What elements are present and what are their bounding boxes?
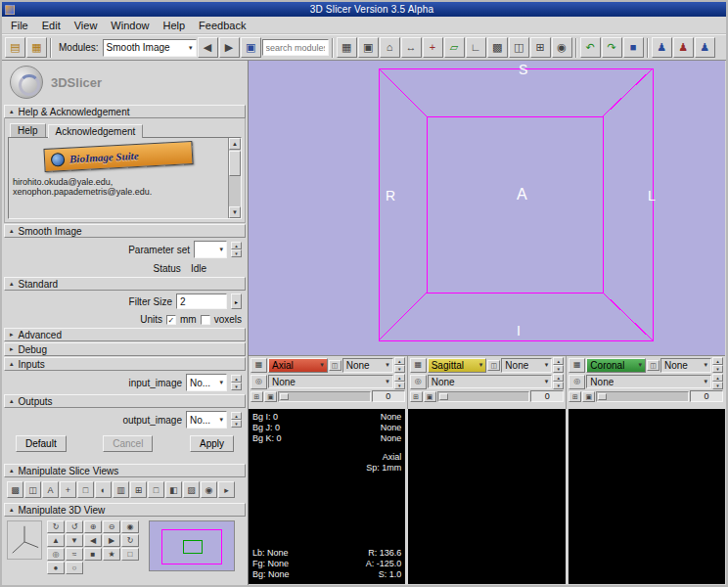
foreground-selector[interactable]: None ▾ [342,358,393,373]
fiducials-module-icon[interactable]: + [423,37,443,58]
headlight-icon[interactable]: ★ [103,548,120,561]
slice-view-coronal[interactable] [569,409,725,584]
measurements-module-icon[interactable]: ∟ [466,37,486,58]
units-mm-label[interactable]: mm [180,314,197,325]
scrollbar[interactable]: ▲ ▼ [228,138,241,218]
menu-file[interactable]: File [5,19,34,32]
filter-size-input[interactable]: 2 [176,294,227,309]
slider-thumb[interactable] [439,393,448,400]
orientation-selector[interactable]: Sagittal ▾ [428,358,487,373]
slice-link-icon[interactable]: ◫ [329,360,341,371]
editor-module-icon[interactable]: ▱ [444,37,465,58]
look-left-icon[interactable]: ◀ [84,534,102,547]
title-bar[interactable]: 3D Slicer Version 3.5 Alpha [2,2,726,17]
zoom-in-icon[interactable]: ⊕ [84,520,102,533]
default-button[interactable]: Default [16,435,67,452]
spin-up-icon[interactable]: ▴ [394,374,405,382]
redo-icon[interactable]: ↷ [602,37,622,58]
menu-edit[interactable]: Edit [36,19,67,32]
background-selector[interactable]: None ▾ [428,375,553,388]
scrollbar-thumb[interactable] [229,151,241,176]
slices-visibility-icon[interactable]: ▩ [7,481,23,498]
slice-offset-slider[interactable] [596,391,689,402]
output-image-selector[interactable]: No... ▾ [186,411,227,429]
section-help-acknowledgement[interactable]: ▴ Help & Acknowledgement [4,105,246,118]
slices-interpolation-icon[interactable]: ▨ [183,481,200,498]
module-search-input[interactable] [262,39,329,56]
zoom-out-icon[interactable]: ⊖ [103,520,120,533]
slice-menu-icon[interactable]: ▦ [250,358,267,373]
section-advanced[interactable]: ▸ Advanced [4,328,246,341]
cancel-button[interactable]: Cancel [103,435,153,452]
section-debug[interactable]: ▸ Debug [4,342,246,356]
foreground-selector[interactable]: None ▾ [660,358,711,373]
spin-up-icon[interactable]: ▴ [394,357,405,365]
view3d-render-area[interactable]: S R A L I [249,61,725,356]
volumes-module-icon[interactable]: ▣ [358,37,379,58]
undo-icon[interactable]: ↶ [580,37,601,58]
spin-up-icon[interactable]: ▴ [231,412,242,420]
module-prev-icon[interactable]: ◀ [198,37,218,58]
save-data-icon[interactable]: ■ [623,37,644,58]
slider-thumb[interactable] [598,393,607,400]
slices-snapshot-icon[interactable]: ◉ [201,481,217,498]
slider-thumb[interactable] [280,393,289,400]
section-manipulate-slice-views[interactable]: ▴ Manipulate Slice Views [4,464,246,477]
scrollbar-track[interactable] [229,150,241,206]
background-selector[interactable]: None ▾ [586,375,711,388]
spin-down-icon[interactable]: ▾ [231,420,242,428]
menu-window[interactable]: Window [105,19,155,32]
stereo-on-icon[interactable]: ● [47,562,65,574]
menu-view[interactable]: View [68,19,104,32]
foreground-selector[interactable]: None ▾ [501,358,552,373]
parameter-set-selector[interactable]: ▾ [194,241,227,258]
visibility-3d-icon[interactable]: ◎ [47,548,65,561]
slice-link-icon[interactable]: ◫ [487,360,500,371]
units-voxels-label[interactable]: voxels [214,314,242,325]
spin-down-icon[interactable]: ▾ [394,382,405,389]
slices-spacing-icon[interactable]: ▥ [113,481,129,498]
section-smooth-image[interactable]: ▴ Smooth Image [4,224,246,238]
fog-icon[interactable]: ≈ [66,548,83,561]
data-module-icon[interactable]: ▦ [337,37,357,58]
spin-down-icon[interactable]: ▾ [553,382,564,389]
look-up-icon[interactable]: ▲ [47,534,65,547]
slices-fit-icon[interactable]: ◫ [24,481,41,498]
orientation-selector[interactable]: Axial ▾ [268,358,328,373]
spin-up-icon[interactable]: ▴ [231,242,242,249]
look-down-icon[interactable]: ▼ [66,534,83,547]
load-scene-icon[interactable]: ▤ [5,37,25,58]
slice-label-icon[interactable]: ▣ [582,391,595,402]
apply-button[interactable]: Apply [190,435,234,452]
background-color-icon[interactable]: ■ [84,548,102,561]
slice-offset-slider[interactable] [278,391,371,402]
models-module-icon[interactable]: ⌂ [380,37,400,58]
save-scene-icon[interactable]: ▦ [26,37,47,58]
rock-icon[interactable]: ↺ [66,520,83,533]
layout-conventional-icon[interactable]: ◫ [509,37,529,58]
transforms-module-icon[interactable]: ↔ [401,37,422,58]
slice-view-sagittal[interactable] [408,409,565,584]
slice-visibility-icon[interactable]: ◎ [569,375,585,389]
spin-icon[interactable]: ↻ [47,520,65,533]
spin-down-icon[interactable]: ▾ [712,382,723,389]
filter-size-step-icon[interactable]: ▸ [231,294,242,309]
slices-more-icon[interactable]: ▸ [218,481,235,498]
slice-fit-icon[interactable]: ⊞ [410,391,423,402]
section-manipulate-3d-view[interactable]: ▴ Manipulate 3D View [4,503,246,517]
module-selector[interactable]: Smooth Image ▾ [103,39,197,57]
spin-up-icon[interactable]: ▴ [553,374,564,382]
tab-help[interactable]: Help [10,123,46,137]
slice-offset-entry[interactable]: 0 [372,390,405,402]
scroll-up-icon[interactable]: ▲ [229,138,241,150]
slice-link-icon[interactable]: ◫ [647,360,660,371]
fiducial-person-3-icon[interactable]: ♟ [695,37,715,58]
input-image-selector[interactable]: No... ▾ [186,374,227,391]
slice-offset-entry[interactable]: 0 [690,390,723,402]
slice-fit-icon[interactable]: ⊞ [250,391,263,402]
scroll-down-icon[interactable]: ▼ [229,206,241,218]
orientation-selector[interactable]: Coronal ▾ [586,358,646,373]
slice-label-icon[interactable]: ▣ [424,391,436,402]
slice-menu-icon[interactable]: ▦ [410,358,427,373]
roll-icon[interactable]: ↻ [121,534,139,547]
